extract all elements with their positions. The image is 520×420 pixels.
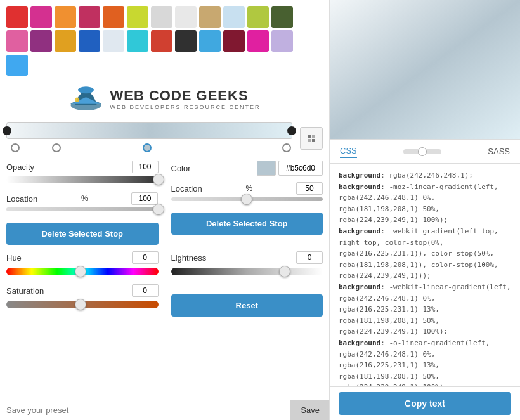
color-swatch-#d8d8d8[interactable] <box>151 6 172 28</box>
light-track[interactable] <box>171 268 323 275</box>
lightness-row: Lightness <box>171 251 323 275</box>
light-thumb[interactable] <box>279 266 290 277</box>
left-stop-controls: Opacity Location % Delete Select <box>6 161 159 245</box>
color-swatch-#e020a0[interactable] <box>247 30 269 52</box>
stop-marker-1[interactable] <box>11 143 20 152</box>
color-swatch-#40a8e0[interactable] <box>199 30 221 52</box>
opacity-input[interactable] <box>132 161 159 173</box>
stop-marker-3[interactable] <box>143 143 152 152</box>
right-location-track[interactable] <box>171 197 323 201</box>
add-stop-button[interactable] <box>300 127 323 150</box>
color-swatch-#e060a0[interactable] <box>6 30 28 52</box>
logo-section: WEB CODE GEEKS WEB DEVELOPERS RESOURCE C… <box>6 81 323 116</box>
lightness-label: Lightness <box>171 253 207 263</box>
color-swatch-#f09030[interactable] <box>55 6 76 28</box>
right-location-input[interactable] <box>296 182 323 195</box>
color-swatch-#2060c0[interactable] <box>79 30 100 52</box>
color-swatch-#c8e0f0[interactable] <box>223 6 245 28</box>
tab-css[interactable]: CSS <box>340 145 357 158</box>
sat-track[interactable] <box>6 301 159 308</box>
color-swatch-#e03030[interactable] <box>6 6 28 28</box>
logo-title: WEB CODE GEEKS <box>110 88 260 104</box>
copy-text-button[interactable]: Copy text <box>339 392 511 415</box>
gradient-handle-right[interactable] <box>287 126 296 135</box>
code-line: background: -moz-linear-gradient(left, r… <box>339 181 511 226</box>
hsl-section: Hue Saturation <box>6 251 323 317</box>
color-swatch-#e06020[interactable] <box>103 6 124 28</box>
left-location-pct: % <box>81 194 88 203</box>
color-swatch-#486030[interactable] <box>271 6 293 28</box>
color-swatch-#30c8d8[interactable] <box>127 30 148 52</box>
color-swatch-#801830[interactable] <box>223 30 245 52</box>
gradient-bar-section <box>6 121 323 155</box>
opacity-track[interactable] <box>6 176 159 183</box>
saturation-label: Saturation <box>6 286 44 296</box>
color-swatch-#c8d830[interactable] <box>127 6 148 28</box>
svg-rect-4 <box>312 135 315 138</box>
right-stop-controls: Color Location % Delete Selected Stop <box>171 161 323 245</box>
saturation-input[interactable] <box>132 284 159 297</box>
reset-button[interactable]: Reset <box>171 294 323 317</box>
right-panel: CSS SASS background: rgba(242,246,248,1)… <box>330 0 520 420</box>
stop-marker-2[interactable] <box>52 143 61 152</box>
left-location-input[interactable] <box>131 192 158 205</box>
hue-track[interactable] <box>6 268 159 275</box>
color-swatch-#40a8f0[interactable] <box>6 55 28 76</box>
code-line: background: -webkit-gradient(left top, r… <box>339 226 511 282</box>
tab-sass[interactable]: SASS <box>488 145 510 157</box>
color-swatch-#903080[interactable] <box>30 30 52 52</box>
delete-left-stop-button[interactable]: Delete Selected Stop <box>6 223 159 245</box>
color-swatch-#e0a020[interactable] <box>55 30 76 52</box>
gradient-preview <box>330 0 520 140</box>
color-swatch-#e0e8f0[interactable] <box>103 30 124 52</box>
lightness-input[interactable] <box>296 251 323 264</box>
code-box: background: rgba(242,246,248,1);backgrou… <box>330 164 520 386</box>
hue-label: Hue <box>6 253 22 263</box>
delete-right-stop-button[interactable]: Delete Selected Stop <box>171 213 323 235</box>
hue-input[interactable] <box>132 251 159 264</box>
logo-hat-icon <box>68 81 103 116</box>
color-swatch-#c03060[interactable] <box>79 6 100 28</box>
svg-rect-5 <box>308 139 311 142</box>
hue-row: Hue <box>6 251 159 275</box>
tab-slider[interactable] <box>365 149 481 154</box>
hue-thumb[interactable] <box>75 266 86 277</box>
color-swatch-#e8e8e8[interactable] <box>175 6 197 28</box>
color-swatch-#303030[interactable] <box>175 30 197 52</box>
stop-marker-4[interactable] <box>282 143 291 152</box>
left-location-row: Location % <box>6 192 159 211</box>
color-swatch-#c8a870[interactable] <box>199 6 221 28</box>
svg-point-2 <box>75 97 80 102</box>
left-location-track[interactable] <box>6 207 159 211</box>
color-swatch-#c0b0e0[interactable] <box>271 30 293 52</box>
hsl-left-col: Hue Saturation <box>6 251 159 317</box>
right-location-thumb[interactable] <box>241 194 252 205</box>
tab-slider-thumb[interactable] <box>418 147 427 156</box>
code-line: background: -webkit-linear-gradient(left… <box>339 282 511 338</box>
gradient-bar[interactable] <box>6 122 292 139</box>
code-line: background: rgba(242,246,248,1); <box>339 170 511 181</box>
opacity-thumb[interactable] <box>153 174 164 185</box>
copy-btn-row: Copy text <box>330 386 520 420</box>
sat-thumb[interactable] <box>75 299 86 310</box>
save-preset-button[interactable]: Save <box>290 400 330 420</box>
hsl-right-col: Lightness Reset <box>171 251 323 317</box>
color-swatch-#d04030[interactable] <box>151 30 172 52</box>
color-swatch-#b0c840[interactable] <box>247 6 269 28</box>
save-preset-input[interactable] <box>0 400 290 420</box>
gradient-handle-left[interactable] <box>3 126 11 135</box>
color-hex-input[interactable] <box>278 161 323 176</box>
left-panel: WEB CODE GEEKS WEB DEVELOPERS RESOURCE C… <box>0 0 330 420</box>
right-location-pct: % <box>245 184 252 193</box>
color-swatch-#d43090[interactable] <box>30 6 52 28</box>
right-location-label: Location <box>171 184 202 194</box>
svg-rect-6 <box>312 139 315 142</box>
controls-section: Opacity Location % Delete Select <box>6 161 323 245</box>
swatch-row-2 <box>6 30 323 52</box>
saturation-row: Saturation <box>6 284 159 308</box>
opacity-row: Opacity <box>6 161 159 183</box>
color-swatch[interactable] <box>257 161 276 176</box>
left-location-thumb[interactable] <box>153 204 164 215</box>
swatch-row-3 <box>6 55 323 76</box>
color-label: Color <box>171 164 191 173</box>
